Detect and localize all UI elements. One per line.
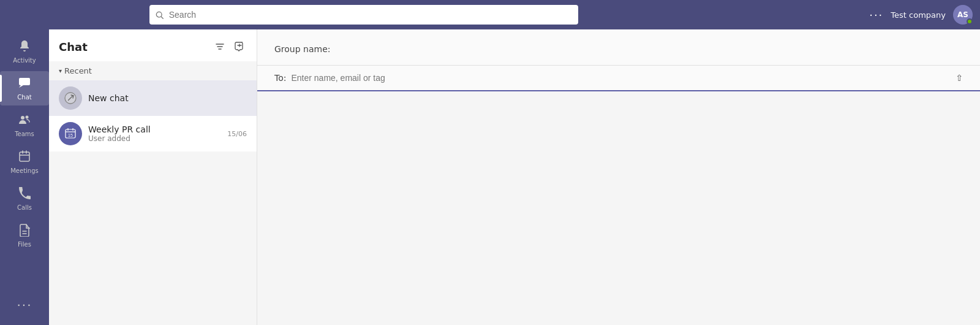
files-label: Files xyxy=(18,241,31,248)
svg-rect-6 xyxy=(20,152,29,161)
recent-section-header[interactable]: ▾ Recent xyxy=(49,61,257,80)
files-icon xyxy=(18,223,31,239)
new-chat-name: New chat xyxy=(88,93,247,103)
activity-icon xyxy=(18,39,31,55)
chat-list-item-new-chat[interactable]: New chat xyxy=(49,80,257,116)
group-name-label: Group name: xyxy=(274,44,331,54)
new-chat-avatar xyxy=(59,86,82,110)
activity-label: Activity xyxy=(13,57,36,64)
chevron-up-icon[interactable]: ⇧ xyxy=(956,73,963,83)
weekly-pr-sub: User added xyxy=(88,134,221,143)
topbar-more-button[interactable]: ··· xyxy=(869,9,883,21)
svg-text:15: 15 xyxy=(68,133,73,137)
meetings-label: Meetings xyxy=(10,167,39,174)
weekly-pr-avatar: 15 xyxy=(59,122,82,145)
avatar-initials: AS xyxy=(957,10,968,19)
avatar[interactable]: AS xyxy=(953,5,973,25)
meetings-icon xyxy=(18,150,31,165)
topbar: ··· Test company AS xyxy=(0,0,980,29)
sidebar-item-calls[interactable]: Calls xyxy=(0,182,49,216)
teams-icon xyxy=(18,113,31,128)
sidebar-bottom: ··· xyxy=(0,293,49,325)
svg-point-5 xyxy=(26,116,29,119)
new-chat-info: New chat xyxy=(88,93,247,103)
content-body xyxy=(257,91,980,325)
chat-label: Chat xyxy=(17,94,31,101)
search-box[interactable] xyxy=(149,5,578,25)
search-icon xyxy=(156,9,164,21)
to-input[interactable] xyxy=(291,73,951,83)
calls-label: Calls xyxy=(17,204,32,211)
weekly-pr-date: 15/06 xyxy=(227,130,247,138)
topbar-right: ··· Test company AS xyxy=(869,5,973,25)
svg-point-4 xyxy=(21,116,24,120)
teams-label: Teams xyxy=(15,131,34,137)
chat-panel: Chat ▾ xyxy=(49,29,257,325)
avatar-status-indicator xyxy=(967,18,973,25)
svg-marker-3 xyxy=(19,85,23,88)
chat-panel-title: Chat xyxy=(59,40,88,53)
recent-label: Recent xyxy=(64,66,92,75)
to-label: To: xyxy=(274,73,286,83)
chat-icon xyxy=(18,76,31,91)
group-name-row: Group name: xyxy=(257,29,980,66)
chat-panel-actions xyxy=(213,39,247,54)
to-row: To: ⇧ xyxy=(257,66,980,91)
svg-line-1 xyxy=(161,17,163,18)
weekly-pr-info: Weekly PR call User added xyxy=(88,124,221,143)
search-input[interactable] xyxy=(169,10,572,20)
company-name: Test company xyxy=(891,10,946,20)
main-layout: Activity Chat Teams xyxy=(0,29,980,325)
calls-icon xyxy=(18,186,31,202)
sidebar-more-button[interactable]: ··· xyxy=(0,293,49,318)
sidebar-item-meetings[interactable]: Meetings xyxy=(0,145,49,179)
content-area: Group name: To: ⇧ xyxy=(257,29,980,325)
sidebar-item-activity[interactable]: Activity xyxy=(0,34,49,69)
more-icon: ··· xyxy=(17,298,32,313)
weekly-pr-name: Weekly PR call xyxy=(88,124,221,134)
recent-chevron-icon: ▾ xyxy=(59,67,62,74)
chat-panel-header: Chat xyxy=(49,29,257,61)
sidebar-item-chat[interactable]: Chat xyxy=(0,71,49,105)
filter-button[interactable] xyxy=(213,39,227,54)
sidebar-item-teams[interactable]: Teams xyxy=(0,108,49,142)
new-chat-button[interactable] xyxy=(232,39,247,54)
sidebar-item-files[interactable]: Files xyxy=(0,218,49,253)
chat-list-item-weekly-pr[interactable]: 15 Weekly PR call User added 15/06 xyxy=(49,116,257,151)
svg-rect-2 xyxy=(19,78,30,85)
sidebar: Activity Chat Teams xyxy=(0,29,49,325)
